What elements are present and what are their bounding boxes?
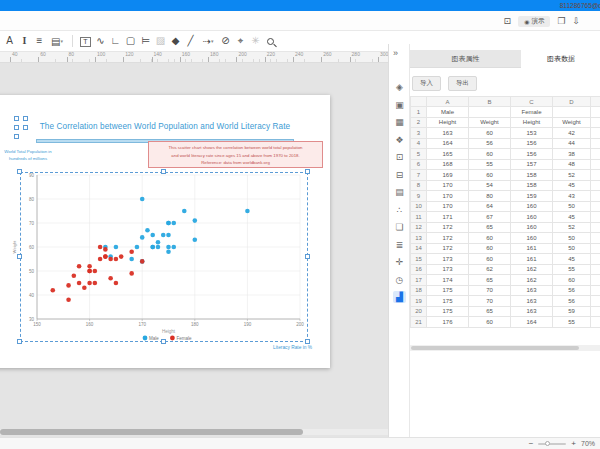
grid-cell[interactable] xyxy=(591,180,600,191)
fill-color-icon[interactable]: ◆ xyxy=(168,32,183,50)
grid-cell[interactable] xyxy=(591,107,600,118)
history-icon[interactable]: ◷ xyxy=(389,273,410,287)
row-header-1[interactable]: 1 xyxy=(411,107,427,118)
shape-icon[interactable]: ▢ xyxy=(123,32,138,50)
row-header-15[interactable]: 15 xyxy=(411,254,427,265)
grid-cell[interactable]: 176 xyxy=(427,317,469,328)
selection-handle[interactable] xyxy=(305,254,310,259)
grid-cell[interactable] xyxy=(591,275,600,286)
grid-cell[interactable]: 170 xyxy=(427,180,469,191)
grid-cell[interactable]: 160 xyxy=(511,212,553,223)
row-header-4[interactable]: 4 xyxy=(411,138,427,149)
align-icon[interactable]: ≡ xyxy=(32,32,47,50)
grid-cell[interactable]: Weight xyxy=(469,117,511,128)
account-email[interactable]: 811286765@q xyxy=(560,2,600,9)
grid-cell[interactable]: 67 xyxy=(469,212,511,223)
grid-cell[interactable]: 171 xyxy=(427,212,469,223)
font-color-icon[interactable]: A xyxy=(2,32,17,50)
scrollbar-thumb[interactable] xyxy=(0,429,303,435)
grid-corner-cell[interactable] xyxy=(411,97,427,107)
chart-title[interactable]: The Correlation between World Population… xyxy=(36,122,294,131)
line-icon[interactable]: ╱ xyxy=(183,32,198,50)
symbol-library-icon[interactable]: ▦ xyxy=(389,115,410,129)
note-icon[interactable]: ❏ xyxy=(389,220,410,234)
grid-cell[interactable] xyxy=(591,149,600,160)
grid-cell[interactable] xyxy=(591,317,600,328)
picture-icon[interactable]: ▤ xyxy=(389,185,410,199)
export-button[interactable]: 导出 xyxy=(448,76,477,91)
selection-handle[interactable] xyxy=(305,339,310,344)
zoom-out-button[interactable]: − xyxy=(529,439,534,449)
selection-handle[interactable] xyxy=(161,169,166,174)
grid-cell[interactable]: 164 xyxy=(511,317,553,328)
row-header-16[interactable]: 16 xyxy=(411,264,427,275)
grid-cell[interactable] xyxy=(591,296,600,307)
tab-chart-data[interactable]: 图表数据 xyxy=(521,50,600,68)
grid-cell[interactable]: 156 xyxy=(511,149,553,160)
grid-cell[interactable]: 175 xyxy=(427,285,469,296)
page-canvas[interactable]: 15016017018019020030405060708090HeightWe… xyxy=(0,95,330,368)
column-header-B[interactable]: B xyxy=(469,97,511,107)
row-header-20[interactable]: 20 xyxy=(411,306,427,317)
grid-cell[interactable]: Weight xyxy=(553,117,591,128)
grid-cell[interactable] xyxy=(591,170,600,181)
selection-handle[interactable] xyxy=(14,125,19,130)
data-grid[interactable]: ABCDE1MaleFemale2HeightWeightHeightWeigh… xyxy=(410,96,600,328)
row-header-9[interactable]: 9 xyxy=(411,191,427,202)
download-icon[interactable]: ⇩ xyxy=(572,13,580,29)
grid-cell[interactable]: 164 xyxy=(427,138,469,149)
fill-style-icon[interactable]: ◈ xyxy=(389,80,410,94)
grid-cell[interactable]: 56 xyxy=(553,285,591,296)
column-header-D[interactable]: D xyxy=(553,97,591,107)
row-header-7[interactable]: 7 xyxy=(411,170,427,181)
format-painter-icon[interactable]: ✳ xyxy=(248,32,263,50)
save-icon[interactable]: ❐ xyxy=(557,13,565,29)
connection-point-icon[interactable]: ⌖ xyxy=(233,32,248,50)
grid-cell[interactable]: 56 xyxy=(469,138,511,149)
grid-cell[interactable]: 55 xyxy=(553,317,591,328)
grid-cell[interactable]: 175 xyxy=(427,306,469,317)
grid-cell[interactable]: 158 xyxy=(511,180,553,191)
row-header-5[interactable]: 5 xyxy=(411,149,427,160)
grid-cell[interactable]: 50 xyxy=(553,201,591,212)
text-box-icon[interactable]: T xyxy=(78,32,93,50)
grid-cell[interactable] xyxy=(591,201,600,212)
grid-cell[interactable] xyxy=(591,233,600,244)
grid-cell[interactable]: 160 xyxy=(511,201,553,212)
zoom-in-button[interactable]: + xyxy=(571,439,576,449)
grid-cell[interactable]: 55 xyxy=(469,159,511,170)
grid-cell[interactable]: 172 xyxy=(427,243,469,254)
selection-handle[interactable] xyxy=(17,169,22,174)
literacy-rate-label[interactable]: Literacy Rate in % xyxy=(220,345,312,350)
present-button[interactable]: ◉演示 xyxy=(518,16,550,27)
grid-cell[interactable]: 156 xyxy=(511,138,553,149)
row-header-10[interactable]: 10 xyxy=(411,201,427,212)
chart-panel-icon[interactable]: ▟ xyxy=(389,290,410,304)
grid-cell[interactable]: Height xyxy=(427,117,469,128)
grid-cell[interactable]: 174 xyxy=(427,275,469,286)
selection-handle[interactable] xyxy=(17,339,22,344)
grid-cell[interactable]: 163 xyxy=(511,296,553,307)
org-chart-icon[interactable]: ∴ xyxy=(389,203,410,217)
grid-cell[interactable]: 173 xyxy=(427,254,469,265)
grid-cell[interactable]: 170 xyxy=(427,191,469,202)
grid-cell[interactable]: 60 xyxy=(469,254,511,265)
grid-cell[interactable]: 170 xyxy=(427,201,469,212)
grid-cell[interactable]: 60 xyxy=(469,149,511,160)
grid-cell[interactable]: 153 xyxy=(511,128,553,139)
selection-handle[interactable] xyxy=(17,254,22,259)
grid-cell[interactable]: 70 xyxy=(469,285,511,296)
row-header-3[interactable]: 3 xyxy=(411,128,427,139)
layer-icon[interactable]: ▤▾ xyxy=(47,32,67,51)
row-header-14[interactable]: 14 xyxy=(411,243,427,254)
grid-cell[interactable]: 168 xyxy=(427,159,469,170)
selection-handle[interactable] xyxy=(14,134,19,139)
expand-icon[interactable]: ✛ xyxy=(389,255,410,269)
grid-cell[interactable]: 43 xyxy=(553,191,591,202)
grid-cell[interactable]: 65 xyxy=(469,275,511,286)
zoom-search-icon[interactable] xyxy=(263,32,278,50)
chart-annotation-box[interactable]: This scatter chart shows the correlation… xyxy=(148,141,323,168)
row-header-18[interactable]: 18 xyxy=(411,285,427,296)
y-axis-annotation[interactable]: World Total Population in hundreds of mi… xyxy=(0,149,58,163)
grid-cell[interactable] xyxy=(591,285,600,296)
